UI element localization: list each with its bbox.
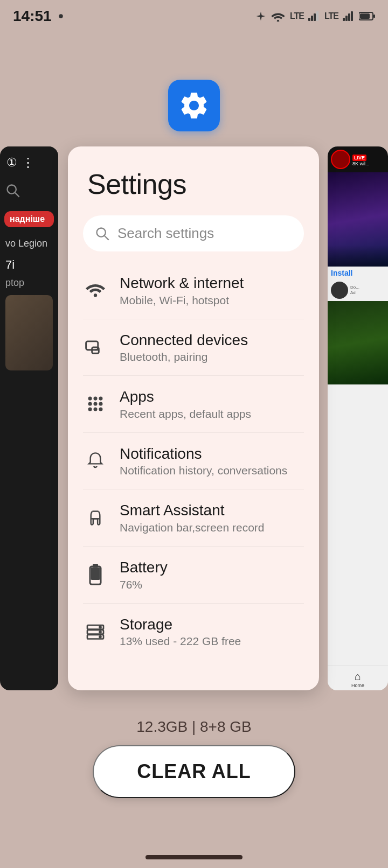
settings-item-network[interactable]: Network & internet Mobile, Wi-Fi, hotspo…	[83, 262, 304, 319]
install-button[interactable]: Install	[331, 269, 352, 277]
svg-point-2	[277, 20, 279, 22]
notifications-subtitle: Notification history, conversations	[120, 464, 304, 477]
svg-point-22	[88, 397, 92, 401]
left-card-image	[5, 295, 53, 370]
svg-rect-12	[373, 15, 375, 18]
svg-marker-1	[257, 12, 266, 21]
gear-icon	[178, 89, 210, 122]
settings-item-notifications[interactable]: Notifications Notification history, conv…	[83, 433, 304, 490]
lte1-indicator: LTE	[290, 11, 304, 21]
storage-title: Storage	[120, 615, 304, 634]
right-card: LIVE 8K wil... Install Do... Ad ⌂ Home	[328, 146, 388, 690]
svg-point-38	[100, 631, 101, 633]
right-card-game-thumb	[328, 172, 388, 267]
svg-point-26	[93, 402, 97, 406]
settings-title: Settings	[87, 168, 300, 200]
apps-subtitle: Recent apps, default apps	[120, 408, 304, 421]
settings-item-storage[interactable]: Storage 13% used - 222 GB free	[83, 604, 304, 660]
smart-assistant-text: Smart Assistant Navigation bar,screen re…	[120, 501, 304, 534]
settings-item-connected-devices[interactable]: Connected devices Bluetooth, pairing	[83, 319, 304, 376]
svg-rect-7	[343, 18, 345, 21]
svg-point-0	[59, 14, 63, 18]
ad-label: Ad	[350, 290, 359, 296]
svg-point-24	[99, 397, 102, 401]
svg-rect-13	[360, 13, 370, 19]
smart-assistant-title: Smart Assistant	[120, 501, 304, 520]
notifications-icon	[83, 449, 108, 473]
search-bar[interactable]: Search settings	[83, 215, 304, 251]
connected-devices-subtitle: Bluetooth, pairing	[120, 351, 304, 363]
svg-point-23	[93, 397, 97, 401]
settings-item-apps[interactable]: Apps Recent apps, default apps	[83, 376, 304, 433]
storage-text: Storage 13% used - 222 GB free	[120, 615, 304, 648]
storage-icon	[83, 619, 108, 644]
svg-point-29	[93, 408, 97, 411]
right-card-avatar	[331, 150, 350, 169]
network-text: Network & internet Mobile, Wi-Fi, hotspo…	[120, 274, 304, 307]
search-placeholder: Search settings	[117, 225, 214, 242]
svg-rect-9	[348, 13, 350, 21]
svg-rect-6	[316, 11, 318, 21]
svg-point-30	[99, 408, 102, 411]
smart-assistant-subtitle: Navigation bar,screen record	[120, 521, 304, 534]
battery-subtitle: 76%	[120, 578, 304, 591]
svg-point-27	[99, 402, 102, 406]
left-card-search-icon	[5, 183, 20, 198]
network-title: Network & internet	[120, 274, 304, 292]
left-card-red-btn[interactable]: надніше	[4, 211, 54, 227]
apps-icon	[83, 391, 108, 416]
connected-devices-title: Connected devices	[120, 331, 304, 349]
svg-point-25	[88, 402, 92, 406]
status-time: 14:51	[13, 8, 52, 25]
svg-point-37	[100, 626, 101, 628]
svg-point-28	[88, 408, 92, 411]
network-subtitle: Mobile, Wi-Fi, hotspot	[120, 294, 304, 307]
svg-line-15	[15, 193, 19, 197]
right-card-home-nav: ⌂ Home	[328, 666, 388, 690]
left-card: ① ⋮ надніше vo Legion 7i ptop	[0, 146, 58, 690]
ad-avatar	[331, 282, 348, 299]
right-card-install-row: Install	[328, 267, 388, 279]
apps-title: Apps	[120, 388, 304, 406]
clear-all-button[interactable]: CLEAR ALL	[93, 745, 295, 798]
right-card-ad-row: Do... Ad	[328, 279, 388, 301]
left-card-model: 7i	[0, 254, 58, 276]
svg-line-17	[105, 235, 109, 240]
connected-devices-icon	[83, 335, 108, 360]
settings-item-battery[interactable]: Battery 76%	[83, 547, 304, 604]
svg-point-39	[100, 636, 101, 638]
network-icon	[83, 278, 108, 303]
live-badge: LIVE	[352, 155, 366, 161]
smart-assistant-icon	[83, 506, 108, 530]
search-icon	[95, 226, 110, 241]
settings-app-icon	[168, 80, 220, 131]
notifications-title: Notifications	[120, 445, 304, 463]
wifi-icon	[271, 11, 286, 22]
spark-icon	[255, 11, 266, 22]
signal2-icon	[343, 11, 355, 21]
right-card-vid-title: 8K wil...	[352, 162, 370, 167]
ad-channel-text: Do...	[350, 285, 359, 290]
right-card-food-thumb	[328, 301, 388, 384]
left-card-text: vo Legion	[0, 234, 58, 254]
settings-item-smart-assistant[interactable]: Smart Assistant Navigation bar,screen re…	[83, 489, 304, 547]
left-card-menu-dots: ⋮	[22, 155, 34, 170]
svg-rect-5	[314, 13, 316, 21]
right-card-title-block: LIVE 8K wil...	[352, 152, 370, 167]
ad-text: Do... Ad	[350, 285, 359, 295]
svg-rect-4	[311, 16, 313, 21]
svg-rect-33	[91, 568, 100, 580]
home-indicator	[146, 855, 242, 859]
signal1-icon	[308, 11, 320, 21]
notifications-text: Notifications Notification history, conv…	[120, 445, 304, 478]
lte2-indicator: LTE	[324, 11, 338, 21]
left-card-top: ① ⋮	[0, 146, 58, 179]
right-card-yt-header: LIVE 8K wil...	[328, 146, 388, 172]
storage-subtitle: 13% used - 222 GB free	[120, 635, 304, 648]
left-card-sub: ptop	[0, 276, 58, 290]
apps-text: Apps Recent apps, default apps	[120, 388, 304, 421]
battery-title: Battery	[120, 558, 304, 577]
settings-list: Network & internet Mobile, Wi-Fi, hotspo…	[68, 262, 319, 660]
connected-devices-text: Connected devices Bluetooth, pairing	[120, 331, 304, 364]
svg-point-16	[97, 228, 106, 236]
